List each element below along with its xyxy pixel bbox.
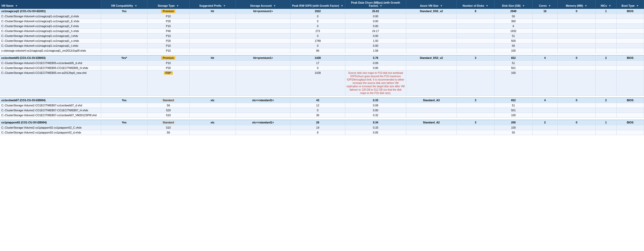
header-boottype[interactable]: Boot Type ▼: [617, 0, 644, 9]
sort-icon-peakchurn: ▼: [380, 4, 382, 7]
header-peakrw[interactable]: Peak R/W IOPS (with Growth Factor) ▼: [290, 0, 345, 9]
header-disksize[interactable]: Disk Size (GB) ▼: [495, 0, 532, 9]
sort-icon-boottype: ▼: [636, 4, 639, 7]
header-row: VM Name ▼ VM Compatibility ▼ Storage Typ…: [0, 0, 644, 9]
table-row: co1magicsql1 (CO1-CU-SV-EE001)YesPremium…: [0, 9, 644, 14]
sort-icon-storageacct: ▼: [273, 4, 276, 7]
sort-icon-cores: ▼: [548, 4, 551, 7]
table-row: C:-ClusterStorage-Volume3-CO1ECITWEB05-c…: [0, 60, 644, 65]
header-storagetype[interactable]: Storage Type ▼: [147, 0, 189, 9]
sort-icon-memory: ▼: [585, 4, 587, 7]
header-storageacct[interactable]: Storage Account ▼: [236, 0, 290, 9]
table-row: C:-ClusterStorage-Volume2-CO1ECITWEB07-c…: [0, 103, 644, 108]
table-row: C:-ClusterStorage-Volume4-co1magicsql1-c…: [0, 34, 644, 38]
header-memory[interactable]: Memory (MB) ▼: [558, 0, 595, 9]
header-vmname[interactable]: VM Name ▼: [0, 0, 101, 9]
table-row: C:-ClusterStorage-Volume3-CO1ECITWEB05-C…: [0, 65, 644, 70]
sort-icon-storagetype: ▼: [176, 4, 179, 7]
table-row: C:-ClusterStorage-Volume2-co1piappsm02-c…: [0, 125, 644, 130]
table-row: C:-ClusterStorage-Volume4-co1magicsql1-c…: [0, 29, 644, 34]
table-row: [0, 53, 644, 55]
table-row: [0, 96, 644, 98]
header-cores[interactable]: Cores ▼: [532, 0, 558, 9]
table-row: C:-ClusterStorage-Volume3-CO1ECITWEB05-v…: [0, 70, 644, 96]
table-row: C:-ClusterStorage-Volume4-co1magicsql1-c…: [0, 19, 644, 24]
sort-icon-nics: ▼: [609, 4, 611, 7]
sort-icon-peakrw: ▼: [341, 4, 343, 7]
header-sugprefix[interactable]: Suggested Prefix ▼: [189, 0, 236, 9]
table-row: C:-ClusterStorage-Volume4-co1magicsql1-c…: [0, 14, 644, 19]
table-row: co1ecitweb05 (CO1-CU-SV-EB003)Yes*Premiu…: [0, 55, 644, 61]
table-row: C:-ClusterStorage-Volume2-co1piappsm02-c…: [0, 130, 644, 135]
main-table-container: VM Name ▼ VM Compatibility ▼ Storage Typ…: [0, 0, 644, 135]
table-row: co1ecitweb07 (CO1-CU-SV-EB004)YesStandar…: [0, 98, 644, 103]
sort-icon-disksize: ▼: [522, 4, 525, 7]
sort-icon-azurevm: ▼: [440, 4, 443, 7]
header-peakchurn[interactable]: Peak Data Churn (MBps) (with Growth Fact…: [345, 0, 406, 9]
sort-icon-vmname: ▼: [15, 4, 18, 7]
sort-icon-vmcompat: ▼: [134, 4, 137, 7]
table-row: C:-ClusterStorage-Volume4-co1magicsql1-c…: [0, 43, 644, 48]
sort-icon-numdisks: ▼: [486, 4, 488, 7]
table-row: c-clstorage-volume4-co1magicsql1-co1magi…: [0, 48, 644, 53]
vm-table: VM Name ▼ VM Compatibility ▼ Storage Typ…: [0, 0, 644, 135]
sort-icon-sugprefix: ▼: [223, 4, 226, 7]
table-row: co1piappsm02 (CO1-CU-SV-EB004)YesStandar…: [0, 120, 644, 125]
table-row: C:-ClusterStorage-Volume4-co1magicsql1-c…: [0, 24, 644, 29]
header-vmcompat[interactable]: VM Compatibility ▼: [101, 0, 147, 9]
table-row: [0, 118, 644, 120]
table-row: C:-ClusterStorage-Volume2-CO1ECITWEB07-c…: [0, 113, 644, 118]
table-row: C:-ClusterStorage-Volume2-CO1ECITWEB07-C…: [0, 108, 644, 113]
table-row: C:-ClusterStorage-Volume4-co1magicsql1-c…: [0, 38, 644, 43]
table-body: co1magicsql1 (CO1-CU-SV-EE001)YesPremium…: [0, 9, 644, 135]
header-numdisks[interactable]: Number of Disks ▼: [456, 0, 494, 9]
header-azurevm[interactable]: Azure VM Size ▼: [406, 0, 456, 9]
header-nics[interactable]: NICs ▼: [595, 0, 616, 9]
